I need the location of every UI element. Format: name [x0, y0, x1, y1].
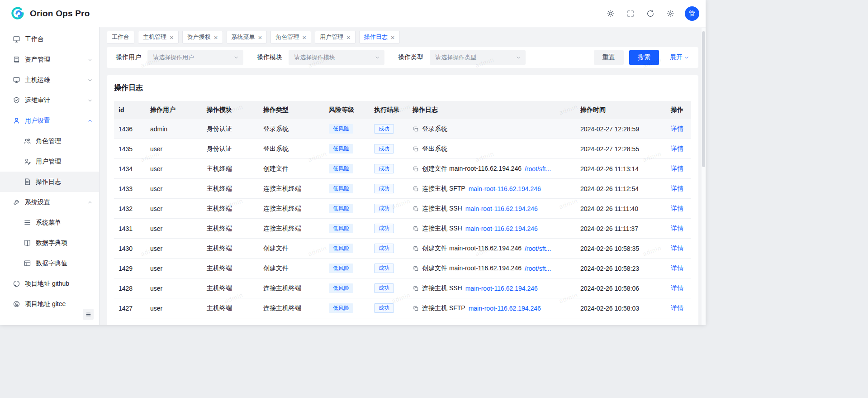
cell-log: 连接主机 SSHmain-root-116.62.194.246 — [408, 225, 576, 233]
refresh-button[interactable] — [642, 5, 659, 22]
tab-item[interactable]: 工作台 — [107, 31, 134, 43]
sidebar-subitem[interactable]: 系统菜单 — [0, 212, 99, 233]
close-icon[interactable]: × — [170, 34, 174, 41]
log-link[interactable]: /root/sft... — [525, 265, 551, 272]
sidebar-subitem[interactable]: 操作日志 — [0, 172, 99, 192]
copy-icon[interactable] — [413, 305, 419, 312]
cell-risk: 低风险 — [324, 283, 370, 293]
sidebar-item[interactable]: 项目地址 github — [0, 273, 99, 294]
sidebar-item[interactable]: 用户设置 — [0, 110, 99, 131]
column-header: 风险等级 — [324, 106, 370, 114]
copy-icon[interactable] — [413, 265, 419, 272]
close-icon[interactable]: × — [346, 34, 351, 41]
cell-id: 1432 — [114, 205, 146, 212]
sidebar-subitem[interactable]: 角色管理 — [0, 131, 99, 151]
log-link[interactable]: /root/sft... — [525, 165, 551, 173]
sidebar-item[interactable]: 主机运维 — [0, 70, 99, 90]
theme-button[interactable] — [602, 5, 619, 22]
copy-icon[interactable] — [413, 285, 419, 292]
copy-icon[interactable] — [413, 126, 419, 132]
filter-select[interactable]: 请选择操作类型 — [430, 50, 526, 65]
sidebar-menu: 工作台资产管理主机运维运维审计用户设置角色管理用户管理操作日志系统设置系统菜单数… — [0, 29, 99, 314]
log-link[interactable]: main-root-116.62.194.246 — [465, 205, 538, 212]
cell-log: 创建文件 main-root-116.62.194.246/root/sft..… — [408, 165, 576, 173]
detail-link[interactable]: 详情 — [671, 264, 683, 272]
copy-icon[interactable] — [413, 166, 419, 172]
cell-result: 成功 — [370, 204, 408, 213]
tab-item[interactable]: 系统菜单× — [227, 31, 267, 43]
sidebar-subitem[interactable]: 用户管理 — [0, 151, 99, 172]
expand-label: 展开 — [670, 53, 683, 62]
roles-icon — [24, 137, 31, 145]
cell-log: 创建文件 main-root-116.62.194.246/root/sft..… — [408, 245, 576, 253]
detail-link[interactable]: 详情 — [671, 225, 683, 232]
log-link[interactable]: main-root-116.62.194.246 — [465, 225, 538, 232]
tab-label: 资产授权 — [187, 33, 211, 41]
sidebar-item[interactable]: 运维审计 — [0, 90, 99, 110]
scrollbar[interactable] — [702, 28, 706, 325]
close-icon[interactable]: × — [258, 34, 262, 41]
sidebar-item[interactable]: 资产管理 — [0, 49, 99, 70]
cell-risk: 低风险 — [324, 204, 370, 213]
risk-badge: 低风险 — [329, 224, 353, 233]
close-icon[interactable]: × — [391, 34, 395, 41]
expand-toggle[interactable]: 展开 — [670, 53, 689, 62]
cell-risk: 低风险 — [324, 224, 370, 233]
result-badge: 成功 — [374, 164, 394, 173]
detail-link[interactable]: 详情 — [671, 145, 683, 152]
detail-link[interactable]: 详情 — [671, 125, 683, 132]
sidebar-item[interactable]: 系统设置 — [0, 192, 99, 212]
close-icon[interactable]: × — [302, 34, 306, 41]
fullscreen-button[interactable] — [622, 5, 639, 22]
table-row: 1433user主机终端连接主机终端低风险成功连接主机 SFTPmain-roo… — [114, 179, 691, 199]
cell-risk: 低风险 — [324, 164, 370, 173]
fullscreen-icon — [626, 10, 635, 18]
host-icon — [13, 76, 20, 84]
sidebar-item[interactable]: 工作台 — [0, 29, 99, 49]
log-link[interactable]: main-root-116.62.194.246 — [465, 285, 538, 292]
avatar[interactable]: 管 — [685, 6, 699, 21]
detail-link[interactable]: 详情 — [671, 165, 683, 172]
search-button[interactable]: 搜索 — [629, 50, 659, 65]
scrollbar-thumb[interactable] — [702, 31, 705, 167]
cell-action: 详情 — [666, 245, 691, 253]
copy-icon[interactable] — [413, 146, 419, 152]
tab-item[interactable]: 角色管理× — [270, 31, 311, 43]
log-table-card: 操作日志 id操作用户操作模块操作类型风险等级执行结果操作日志操作时间操作 14… — [107, 75, 698, 325]
filter-select[interactable]: 请选择操作模块 — [289, 50, 384, 65]
tab-item[interactable]: 操作日志× — [359, 31, 400, 43]
sidebar-item-label: 用户设置 — [25, 117, 50, 125]
cell-action: 详情 — [666, 205, 691, 213]
close-icon[interactable]: × — [214, 34, 218, 41]
filter-select[interactable]: 请选择操作用户 — [147, 50, 243, 65]
sidebar-subitem[interactable]: 数据字典值 — [0, 253, 99, 273]
detail-link[interactable]: 详情 — [671, 185, 683, 192]
log-link[interactable]: /root/sft... — [525, 245, 551, 252]
log-text: 创建文件 main-root-116.62.194.246 — [422, 165, 522, 173]
settings-button[interactable] — [662, 5, 678, 22]
detail-link[interactable]: 详情 — [671, 304, 683, 312]
log-text: 连接主机 SFTP — [422, 185, 465, 193]
detail-link[interactable]: 详情 — [671, 205, 683, 212]
reset-button[interactable]: 重置 — [594, 50, 624, 65]
log-text: 创建文件 main-root-116.62.194.246 — [422, 245, 522, 253]
tab-item[interactable]: 用户管理× — [315, 31, 356, 43]
sidebar-collapse-button[interactable] — [83, 309, 94, 320]
copy-icon[interactable] — [413, 225, 419, 232]
log-link[interactable]: main-root-116.62.194.246 — [469, 305, 541, 312]
cell-id: 1433 — [114, 185, 146, 192]
table-row: 1431user主机终端连接主机终端低风险成功连接主机 SSHmain-root… — [114, 219, 691, 239]
tab-item[interactable]: 资产授权× — [182, 31, 223, 43]
column-header: 操作 — [666, 106, 691, 114]
sidebar-subitem[interactable]: 数据字典项 — [0, 233, 99, 253]
copy-icon[interactable] — [413, 206, 419, 212]
detail-link[interactable]: 详情 — [671, 245, 683, 252]
detail-link[interactable]: 详情 — [671, 284, 683, 292]
app-logo[interactable]: Orion Ops Pro — [10, 6, 90, 21]
copy-icon[interactable] — [413, 245, 419, 252]
tab-item[interactable]: 主机管理× — [138, 31, 179, 43]
cell-module: 主机终端 — [202, 245, 259, 253]
copy-icon[interactable] — [413, 186, 419, 192]
table-row: 1434user主机终端创建文件低风险成功创建文件 main-root-116.… — [114, 159, 691, 179]
log-link[interactable]: main-root-116.62.194.246 — [469, 185, 541, 192]
